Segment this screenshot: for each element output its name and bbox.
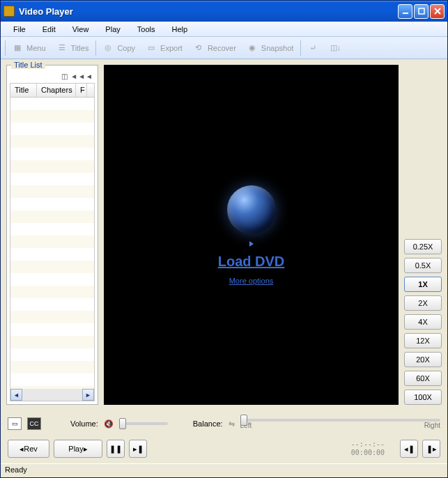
scroll-right-icon[interactable]: ►	[82, 389, 94, 401]
scroll-track[interactable]	[22, 389, 82, 401]
tool-copy[interactable]: ◎Copy	[98, 40, 139, 56]
speed-2x[interactable]: 2X	[404, 295, 442, 311]
menu-edit[interactable]: Edit	[34, 25, 64, 33]
video-area: Load DVD More options	[104, 65, 399, 405]
menu-file[interactable]: File	[5, 25, 34, 33]
app-icon	[3, 6, 15, 17]
svg-rect-0	[403, 13, 408, 14]
display-toggle-icon[interactable]: ▭	[8, 417, 22, 430]
load-dvd-link[interactable]: Load DVD	[218, 254, 285, 270]
menu-help[interactable]: Help	[163, 25, 196, 33]
speed-100x[interactable]: 100X	[404, 390, 442, 405]
cc-button[interactable]: CC	[27, 417, 41, 430]
speed-4x[interactable]: 4X	[404, 314, 442, 330]
maximize-button[interactable]	[414, 4, 428, 19]
col-chapters[interactable]: Chapters	[37, 84, 76, 97]
menu-tools[interactable]: Tools	[129, 25, 164, 33]
speaker-icon[interactable]: 🔇	[104, 419, 114, 429]
list-icon: ☰	[56, 42, 68, 54]
refresh-icon: ⤾	[307, 42, 319, 54]
title-list-controls[interactable]: ◫ ◄◄◄	[10, 71, 95, 83]
speed-1x[interactable]: 1X	[404, 277, 442, 292]
recover-icon: ⟲	[192, 42, 205, 54]
col-title[interactable]: Title	[10, 84, 37, 97]
tool-menu[interactable]: ▦Menu	[7, 40, 50, 56]
title-list-panel: Title List ◫ ◄◄◄ Title Chapters F ◄ ►	[6, 65, 98, 405]
close-button[interactable]	[430, 4, 445, 19]
speed-0.5x[interactable]: 0.5X	[404, 258, 442, 273]
title-list-legend: Title List	[11, 61, 45, 69]
table-header: Title Chapters F	[10, 84, 94, 98]
speed-12x[interactable]: 12X	[404, 333, 442, 348]
toolbar-grip	[5, 40, 6, 56]
speed-60x[interactable]: 60X	[404, 371, 442, 386]
speed-20x[interactable]: 20X	[404, 352, 442, 367]
playback-row: ◂ Rev Play ▸ ❚❚ ▸❚ --:--:-- 00:00:00 ◂❚ …	[1, 437, 447, 463]
col-extra[interactable]: F	[76, 84, 87, 97]
timecode: --:--:-- 00:00:00	[351, 440, 385, 457]
svg-rect-1	[419, 8, 424, 14]
disc-icon: ◎	[102, 42, 114, 54]
balance-right-label: Right	[424, 422, 440, 429]
minimize-button[interactable]	[398, 4, 412, 19]
titlebar[interactable]: Video Player	[1, 1, 447, 22]
prev-frame-icon: ◂❚	[404, 445, 415, 454]
menubar: File Edit View Play Tools Help	[1, 22, 447, 37]
menu-play[interactable]: Play	[97, 25, 128, 33]
window-title: Video Player	[19, 6, 396, 17]
app-window: Video Player File Edit View Play Tools H…	[0, 0, 448, 478]
volume-row: ▭ CC Volume: 🔇 Balance: ⇋ Left Right	[8, 413, 440, 434]
speed-buttons: 0.25X0.5X1X2X4X12X20X60X100X	[404, 65, 442, 405]
balance-label: Balance:	[193, 419, 223, 428]
rev-button[interactable]: ◂ Rev	[8, 440, 49, 458]
play-triangle-icon	[249, 241, 254, 247]
title-list-table: Title Chapters F ◄ ►	[10, 83, 95, 401]
volume-label: Volume:	[70, 419, 98, 428]
pause-button[interactable]: ❚❚	[107, 440, 125, 458]
film-icon: ▭	[145, 42, 157, 54]
menu-view[interactable]: View	[64, 25, 98, 33]
next-icon: ▸❚	[133, 445, 144, 454]
tool-titles[interactable]: ☰Titles	[52, 40, 93, 56]
lower-controls: ▭ CC Volume: 🔇 Balance: ⇋ Left Right	[1, 410, 447, 437]
next-frame-icon: ❚▸	[426, 445, 437, 454]
speed-icon: ◫↓	[329, 42, 341, 54]
camera-icon: ◉	[246, 42, 258, 54]
scroll-left-icon[interactable]: ◄	[10, 389, 22, 401]
more-options-link[interactable]: More options	[229, 277, 274, 285]
balance-icon: ⇋	[229, 419, 235, 429]
tool-snapshot[interactable]: ◉Snapshot	[242, 40, 298, 56]
tool-recover[interactable]: ⟲Recover	[188, 40, 240, 56]
play-button[interactable]: Play ▸	[54, 440, 102, 458]
h-scrollbar[interactable]: ◄ ►	[10, 389, 94, 401]
tool-export[interactable]: ▭Export	[141, 40, 187, 56]
prev-frame-button[interactable]: ◂❚	[400, 440, 418, 458]
grid-icon: ▦	[11, 42, 24, 54]
volume-slider[interactable]	[119, 422, 168, 425]
next-frame-button[interactable]: ❚▸	[422, 440, 440, 458]
toolbar: ▦Menu ☰Titles ◎Copy ▭Export ⟲Recover ◉Sn…	[1, 37, 447, 59]
speed-0.25x[interactable]: 0.25X	[404, 239, 442, 254]
separator	[95, 40, 96, 56]
pause-icon: ❚❚	[109, 445, 122, 454]
orb-icon	[227, 185, 276, 234]
tool-speed[interactable]: ◫↓	[325, 40, 346, 56]
table-body	[10, 98, 94, 389]
status-bar: Ready	[1, 463, 447, 477]
tool-refresh[interactable]: ⤾	[302, 40, 323, 56]
next-button[interactable]: ▸❚	[129, 440, 147, 458]
balance-slider[interactable]	[240, 419, 440, 422]
content-area: Title List ◫ ◄◄◄ Title Chapters F ◄ ► Lo…	[1, 59, 447, 410]
separator	[300, 40, 301, 56]
